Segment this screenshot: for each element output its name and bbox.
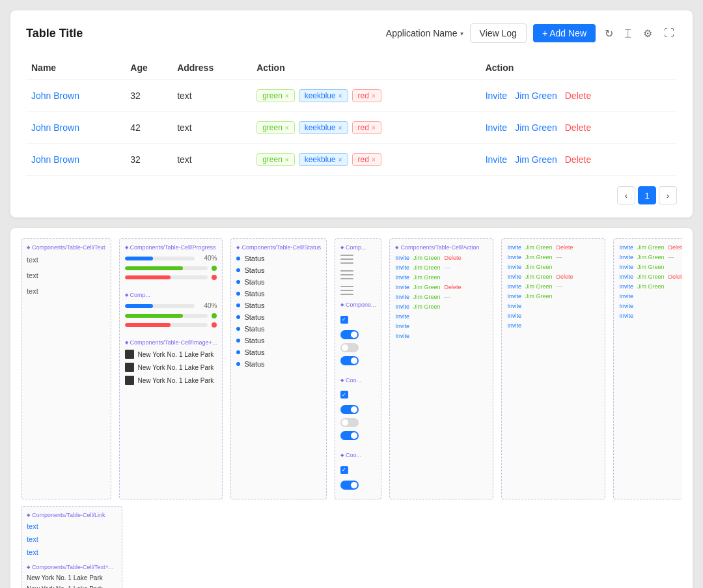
row2-name[interactable]: John Brown xyxy=(26,112,125,144)
action-g2-invite-2[interactable]: Invite xyxy=(507,254,521,260)
row3-invite[interactable]: Invite xyxy=(486,154,507,165)
action-g2-delete-1[interactable]: Delete xyxy=(557,244,573,251)
action-g3-invite-7[interactable]: Invite xyxy=(619,303,633,309)
action-delete-4[interactable]: Delete xyxy=(445,284,462,290)
row2-jimgreen[interactable]: Jim Green xyxy=(515,122,557,133)
next-page-button[interactable]: › xyxy=(659,186,677,204)
action-g2-invite-7[interactable]: Invite xyxy=(507,303,521,309)
prev-page-button[interactable]: ‹ xyxy=(617,186,635,204)
component-status-mini-label: Components/Table-Cell/Image+... xyxy=(125,339,217,346)
mini-toggle-off-1[interactable] xyxy=(340,343,359,352)
action-g2-invite-6[interactable]: Invite xyxy=(507,293,521,300)
row1-jimgreen[interactable]: Jim Green xyxy=(515,91,557,101)
mini-img-1: New York No. 1 Lake Park xyxy=(125,350,217,359)
row3-jimgreen[interactable]: Jim Green xyxy=(515,154,557,165)
mini-toggle-off-2[interactable] xyxy=(340,418,359,427)
column-icon[interactable]: ⌶ xyxy=(622,25,634,42)
action-g2-invite-1[interactable]: Invite xyxy=(507,244,521,251)
add-new-button[interactable]: + Add New xyxy=(533,24,596,42)
link-item-3[interactable]: text xyxy=(27,548,117,556)
action-g2-invite-9[interactable]: Invite xyxy=(507,322,521,329)
action-g3-jimgreen-4[interactable]: Jim Green xyxy=(637,273,665,280)
row1-invite[interactable]: Invite xyxy=(486,91,507,101)
tag-blue-close[interactable]: × xyxy=(338,124,342,132)
tag-blue-close[interactable]: × xyxy=(338,92,342,100)
action-jimgreen-2[interactable]: Jim Green xyxy=(413,264,441,271)
action-invite-2[interactable]: Invite xyxy=(395,264,409,271)
mini-toggle-on-5[interactable] xyxy=(340,481,359,490)
row1-delete[interactable]: Delete xyxy=(565,91,591,101)
action-g3-invite-4[interactable]: Invite xyxy=(619,273,633,280)
tag-green-close[interactable]: × xyxy=(285,124,289,132)
action-g3-invite-6[interactable]: Invite xyxy=(619,293,633,300)
action-g2-invite-4[interactable]: Invite xyxy=(507,273,521,280)
action-invite-7[interactable]: Invite xyxy=(395,313,409,320)
status-row-10: Status xyxy=(236,360,321,368)
row3-name[interactable]: John Brown xyxy=(26,144,125,176)
action-invite-3[interactable]: Invite xyxy=(395,274,409,281)
action-g3-invite-5[interactable]: Invite xyxy=(619,283,633,290)
link-item-2[interactable]: text xyxy=(27,535,117,543)
action-g3-invite-3[interactable]: Invite xyxy=(619,264,633,270)
action-g2-jimgreen-5[interactable]: Jim Green xyxy=(525,283,553,290)
action-g3-jimgreen-3[interactable]: Jim Green xyxy=(637,264,665,270)
action-g3-jimgreen-5[interactable]: Jim Green xyxy=(637,283,665,290)
action-jimgreen-3[interactable]: Jim Green xyxy=(413,274,441,281)
action-invite-1[interactable]: Invite xyxy=(395,255,409,261)
mini-checkbox-1[interactable]: ✓ xyxy=(340,316,348,324)
row2-invite[interactable]: Invite xyxy=(486,122,507,133)
mini-toggle-on-1[interactable] xyxy=(340,330,359,339)
action-jimgreen-5[interactable]: Jim Green xyxy=(413,294,441,300)
action-delete-1[interactable]: Delete xyxy=(445,255,462,261)
view-log-button[interactable]: View Log xyxy=(470,23,527,43)
action-g3-invite-8[interactable]: Invite xyxy=(619,313,633,319)
tag-blue-close[interactable]: × xyxy=(338,156,342,163)
action-g2-jimgreen-2[interactable]: Jim Green xyxy=(525,254,553,260)
row1-name[interactable]: John Brown xyxy=(26,80,125,112)
refresh-icon[interactable]: ↻ xyxy=(602,25,616,42)
link-item-1[interactable]: text xyxy=(27,522,117,530)
action-g2-invite-3[interactable]: Invite xyxy=(507,264,521,270)
fullscreen-icon[interactable]: ⛶ xyxy=(661,25,677,42)
tag-red-close[interactable]: × xyxy=(372,124,376,132)
action-g2-invite-5[interactable]: Invite xyxy=(507,283,521,290)
action-g2-delete-4[interactable]: Delete xyxy=(557,273,573,280)
hamburger-line-8 xyxy=(340,290,353,291)
row3-delete[interactable]: Delete xyxy=(565,154,591,165)
mini-checkbox-2[interactable]: ✓ xyxy=(340,391,348,399)
action-g3-jimgreen-2[interactable]: Jim Green xyxy=(637,254,665,260)
progress-row-5 xyxy=(125,313,217,318)
tag-green-close[interactable]: × xyxy=(285,156,289,163)
action-g2-jimgreen-6[interactable]: Jim Green xyxy=(525,293,553,300)
action-invite-4[interactable]: Invite xyxy=(395,284,409,290)
mini-checkbox-3[interactable]: ✓ xyxy=(340,466,348,474)
tag-red: red × xyxy=(352,89,381,102)
row2-delete[interactable]: Delete xyxy=(565,122,591,133)
settings-icon[interactable]: ⚙ xyxy=(641,25,655,42)
action-g3-delete-1[interactable]: Delete xyxy=(669,244,682,251)
action-jimgreen-4[interactable]: Jim Green xyxy=(413,284,441,290)
action-invite-9[interactable]: Invite xyxy=(395,333,409,339)
action-g3-invite-1[interactable]: Invite xyxy=(619,244,633,251)
mini-toggle-on-4[interactable] xyxy=(340,431,359,440)
action-invite-5[interactable]: Invite xyxy=(395,294,409,300)
action-g3-delete-4[interactable]: Delete xyxy=(669,273,682,280)
action-jimgreen-6[interactable]: Jim Green xyxy=(413,303,441,310)
action-g3-jimgreen-1[interactable]: Jim Green xyxy=(637,244,665,251)
status-dot-4 xyxy=(236,292,240,296)
mini-toggle-on-3[interactable] xyxy=(340,405,359,414)
action-g2-jimgreen-3[interactable]: Jim Green xyxy=(525,264,553,270)
tag-red-close[interactable]: × xyxy=(372,92,376,100)
action-g2-invite-8[interactable]: Invite xyxy=(507,313,521,319)
action-g3-invite-2[interactable]: Invite xyxy=(619,254,633,260)
action-g2-jimgreen-4[interactable]: Jim Green xyxy=(525,273,553,280)
action-invite-8[interactable]: Invite xyxy=(395,323,409,329)
action-g2-jimgreen-1[interactable]: Jim Green xyxy=(525,244,553,251)
app-name-button[interactable]: Application Name ▾ xyxy=(386,28,463,38)
tag-green-close[interactable]: × xyxy=(285,92,289,100)
mini-toggle-on-2[interactable] xyxy=(340,356,359,365)
tag-red-close[interactable]: × xyxy=(372,156,376,163)
action-invite-6[interactable]: Invite xyxy=(395,303,409,310)
action-jimgreen-1[interactable]: Jim Green xyxy=(413,255,441,261)
page-1-button[interactable]: 1 xyxy=(638,186,656,204)
